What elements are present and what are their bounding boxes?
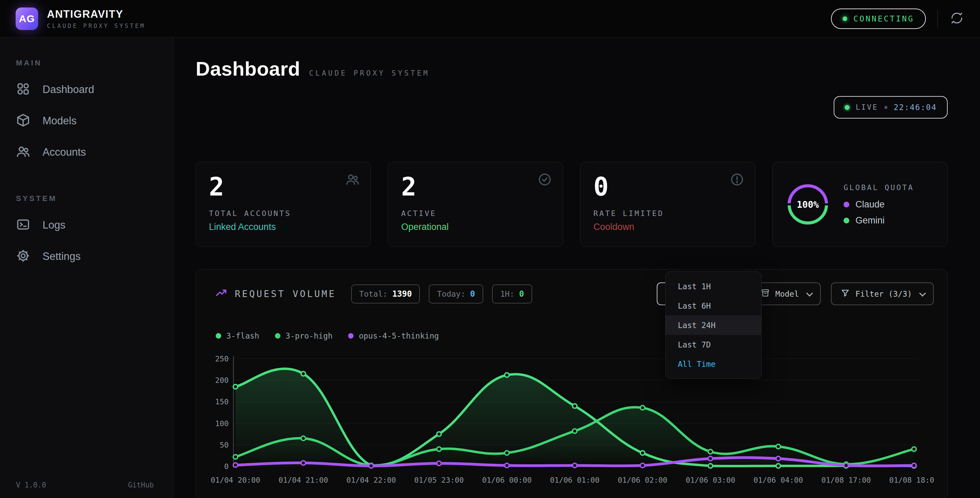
sidebar-item-label: Dashboard	[43, 83, 94, 96]
filter-dropdown-button[interactable]: Filter (3/3)	[831, 283, 934, 305]
quota-percent: 100%	[786, 182, 830, 227]
badge-value: 0	[519, 289, 524, 299]
quota-entry-label: Claude	[856, 199, 885, 210]
svg-text:100: 100	[215, 419, 229, 428]
series-dot-icon	[348, 333, 353, 338]
app-subtitle: CLAUDE PROXY SYSTEM	[47, 22, 145, 29]
quota-entry-label: Gemini	[856, 215, 885, 226]
stat-sublabel: Cooldown	[593, 222, 742, 232]
sidebar-item-label: Accounts	[43, 146, 86, 158]
svg-text:250: 250	[215, 354, 229, 363]
sidebar-section-system: SYSTEM	[16, 194, 173, 203]
stat-value: 2	[401, 174, 550, 200]
menu-item-all-time[interactable]: All Time	[666, 354, 761, 374]
trending-up-icon	[215, 287, 227, 301]
svg-text:01/08 18:00: 01/08 18:00	[889, 476, 934, 484]
clock-time: 22:46:04	[894, 103, 937, 112]
svg-text:01/05 23:00: 01/05 23:00	[414, 476, 464, 484]
top-header: AG ANTIGRAVITY CLAUDE PROXY SYSTEM CONNE…	[0, 0, 980, 37]
chevron-down-icon	[919, 289, 926, 296]
app-title: ANTIGRAVITY	[47, 8, 145, 21]
svg-text:01/06 02:00: 01/06 02:00	[618, 476, 668, 484]
claude-dot-icon	[843, 202, 850, 208]
logo-text: AG	[19, 13, 35, 24]
today-badge: Today: 0	[429, 284, 483, 303]
stat-sublabel: Operational	[401, 222, 550, 232]
quota-entry-gemini: Gemini	[843, 215, 914, 226]
funnel-icon	[840, 288, 850, 299]
sidebar-item-label: Logs	[43, 219, 65, 231]
stat-card-total-accounts: 2 TOTAL ACCOUNTS Linked Accounts	[196, 162, 371, 247]
legend-item: 3-pro-high	[275, 332, 332, 340]
sidebar: MAIN Dashboard	[0, 37, 174, 498]
model-button-label: Model	[775, 289, 799, 298]
svg-text:200: 200	[215, 376, 229, 385]
header-divider	[937, 10, 938, 27]
stat-sublabel: Linked Accounts	[209, 222, 358, 232]
page-subtitle: CLAUDE PROXY SYSTEM	[309, 69, 430, 77]
connection-status-label: CONNECTING	[853, 14, 914, 23]
stat-card-rate-limited: 0 RATE LIMITED Cooldown	[580, 162, 756, 247]
sidebar-item-dashboard[interactable]: Dashboard	[16, 82, 173, 97]
grid-icon	[16, 82, 30, 97]
terminal-icon	[16, 217, 30, 233]
stat-card-active: 2 ACTIVE Operational	[388, 162, 563, 247]
badge-label: Total:	[360, 289, 388, 298]
svg-text:01/04 20:00: 01/04 20:00	[211, 476, 260, 484]
legend-label: 3-flash	[226, 332, 259, 340]
chart-legend: 3-flash 3-pro-high opus-4-5-thinking	[216, 332, 439, 340]
svg-text:01/04 21:00: 01/04 21:00	[279, 476, 328, 484]
chevron-down-icon	[806, 289, 813, 296]
svg-text:01/06 04:00: 01/06 04:00	[753, 476, 803, 484]
svg-text:01/06 03:00: 01/06 03:00	[686, 476, 735, 484]
filter-button-label: Filter (3/3)	[856, 289, 912, 298]
stat-label: ACTIVE	[401, 209, 550, 218]
badge-label: Today:	[437, 289, 465, 298]
badge-value: 0	[470, 289, 475, 299]
sidebar-item-label: Models	[43, 115, 76, 127]
sidebar-item-logs[interactable]: Logs	[16, 217, 173, 233]
users-icon	[345, 172, 360, 188]
menu-item-last-24h[interactable]: Last 24H	[666, 315, 761, 335]
version-label: V 1.0.0	[16, 481, 46, 489]
menu-item-last-1h[interactable]: Last 1H	[666, 276, 761, 296]
request-volume-chart: 05010015020025001/04 20:0001/04 21:0001/…	[210, 354, 934, 490]
page-title: Dashboard	[196, 57, 300, 80]
connection-status-badge: CONNECTING	[831, 8, 926, 29]
users-icon	[16, 144, 30, 160]
stat-label: RATE LIMITED	[593, 209, 742, 218]
sidebar-item-label: Settings	[43, 251, 81, 263]
stat-value: 2	[209, 174, 358, 200]
dot-separator-icon	[885, 106, 888, 109]
stat-value: 0	[593, 174, 742, 200]
svg-text:01/08 17:00: 01/08 17:00	[821, 476, 871, 484]
one-hour-badge: 1H: 0	[492, 284, 532, 303]
refresh-icon	[950, 11, 963, 26]
quota-entry-claude: Claude	[843, 199, 914, 210]
sidebar-item-accounts[interactable]: Accounts	[16, 144, 173, 160]
brand-block: ANTIGRAVITY CLAUDE PROXY SYSTEM	[47, 8, 145, 29]
alert-circle-icon	[730, 172, 744, 188]
main-content: Dashboard CLAUDE PROXY SYSTEM LIVE 22:46…	[174, 37, 980, 498]
svg-text:0: 0	[224, 462, 229, 471]
app-window: AG ANTIGRAVITY CLAUDE PROXY SYSTEM CONNE…	[0, 0, 980, 498]
chart-title: REQUEST VOLUME	[235, 289, 336, 299]
series-dot-icon	[216, 333, 221, 338]
time-range-dropdown-menu: Last 1H Last 6H Last 24H Last 7D All Tim…	[665, 271, 762, 379]
sidebar-item-settings[interactable]: Settings	[16, 249, 173, 264]
refresh-button[interactable]	[950, 11, 964, 26]
github-link[interactable]: GitHub	[128, 481, 154, 489]
status-dot-icon	[843, 16, 847, 21]
gemini-dot-icon	[843, 218, 850, 223]
quota-label: GLOBAL QUOTA	[843, 183, 914, 192]
menu-item-last-6h[interactable]: Last 6H	[666, 296, 761, 315]
menu-item-last-7d[interactable]: Last 7D	[666, 335, 761, 354]
svg-text:50: 50	[220, 441, 229, 449]
gear-icon	[16, 249, 30, 264]
live-label: LIVE	[856, 103, 878, 112]
legend-label: 3-pro-high	[285, 332, 332, 340]
live-clock-badge: LIVE 22:46:04	[834, 96, 948, 118]
svg-text:01/06 01:00: 01/06 01:00	[550, 476, 600, 484]
sidebar-item-models[interactable]: Models	[16, 113, 173, 129]
series-dot-icon	[275, 333, 280, 338]
